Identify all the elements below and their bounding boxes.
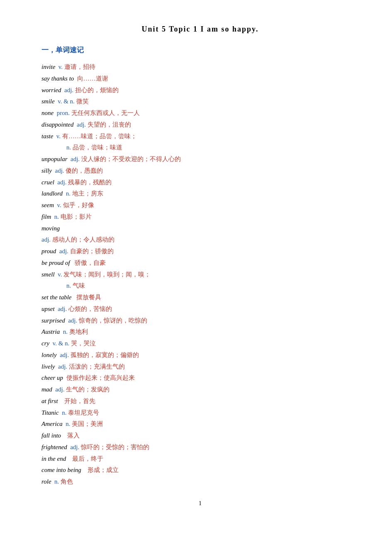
vocab-entry: frightened adj. 惊吓的；受惊的；害怕的 bbox=[41, 442, 359, 453]
vocab-entry: landlord n. 地主；房东 bbox=[41, 188, 359, 200]
vocab-entry: smile v. & n. 微笑 bbox=[41, 96, 359, 108]
vocab-entry: America n. 美国；美洲 bbox=[41, 418, 359, 430]
vocab-entry: say thanks to 向……道谢 bbox=[41, 73, 359, 85]
vocab-entry: worried adj. 担心的，烦恼的 bbox=[41, 85, 359, 96]
section-heading: 一，单词速记 bbox=[41, 45, 359, 55]
vocab-entry: film n. 电影；影片 bbox=[41, 211, 359, 223]
vocab-entry-second: n. 品尝，尝味；味道 bbox=[66, 142, 359, 154]
vocab-entry: taste v. 有……味道；品尝，尝味； bbox=[41, 131, 359, 142]
vocab-entry: Austria n. 奥地利 bbox=[41, 326, 359, 338]
vocab-entry: silly adj. 傻的，愚蠢的 bbox=[41, 165, 359, 177]
vocab-entry: cruel adj. 残暴的，残酷的 bbox=[41, 177, 359, 188]
section-label: 一，单词速记 bbox=[41, 46, 84, 54]
vocab-entry: mad adj. 生气的；发疯的 bbox=[41, 384, 359, 396]
vocab-entry: be proud of 骄傲，自豪 bbox=[41, 257, 359, 269]
page-title: Unit 5 Topic 1 I am so happy. bbox=[41, 25, 359, 34]
vocab-entry: moving bbox=[41, 223, 359, 235]
vocab-list: invite v. 邀请，招待say thanks to 向……道谢worrie… bbox=[41, 61, 359, 488]
vocab-entry: Titanic n. 泰坦尼克号 bbox=[41, 407, 359, 419]
vocab-entry: surprised adj. 惊奇的，惊讶的，吃惊的 bbox=[41, 315, 359, 327]
vocab-entry: lively adj. 活泼的；充满生气的 bbox=[41, 361, 359, 373]
vocab-entry: upset adj. 心烦的，苦恼的 bbox=[41, 303, 359, 315]
vocab-entry: invite v. 邀请，招待 bbox=[41, 61, 359, 73]
vocab-entry: lonely adj. 孤独的，寂寞的；偏僻的 bbox=[41, 350, 359, 361]
vocab-entry: set the table 摆放餐具 bbox=[41, 292, 359, 303]
vocab-entry: seem v. 似乎，好像 bbox=[41, 200, 359, 211]
vocab-entry: proud adj. 自豪的；骄傲的 bbox=[41, 246, 359, 257]
vocab-entry: unpopular adj. 没人缘的；不受欢迎的；不得人心的 bbox=[41, 154, 359, 165]
vocab-entry: in the end 最后，终于 bbox=[41, 453, 359, 465]
vocab-entry-second: n. 气味 bbox=[66, 280, 359, 292]
page-number: 1 bbox=[41, 500, 359, 507]
vocab-entry: none pron. 无任何东西或人，无一人 bbox=[41, 108, 359, 119]
vocab-entry: come into being 形成；成立 bbox=[41, 465, 359, 476]
vocab-entry: fall into 落入 bbox=[41, 430, 359, 442]
vocab-entry: adj. 感动人的；令人感动的 bbox=[41, 234, 359, 246]
vocab-entry: disappointed adj. 失望的，沮丧的 bbox=[41, 119, 359, 131]
vocab-entry: cheer up 使振作起来；使高兴起来 bbox=[41, 372, 359, 384]
vocab-entry: cry v. & n. 哭，哭泣 bbox=[41, 338, 359, 350]
vocab-entry: role n. 角色 bbox=[41, 476, 359, 488]
vocab-entry: smell v. 发气味；闻到，嗅到；闻，嗅； bbox=[41, 269, 359, 281]
vocab-entry: at first 开始，首先 bbox=[41, 396, 359, 407]
